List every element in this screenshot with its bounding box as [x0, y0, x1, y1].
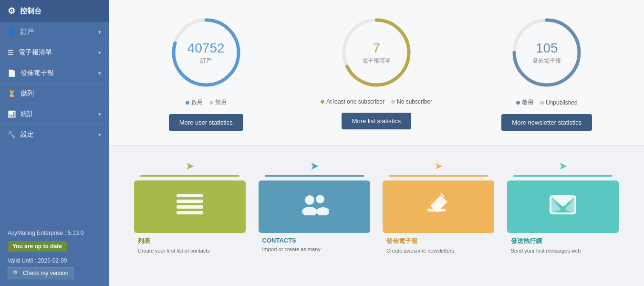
chevron-down-icon: ▾ [98, 111, 101, 117]
svg-point-13 [316, 207, 329, 215]
sidebar-item-settings[interactable]: 🔧 設定 ▾ [0, 125, 109, 145]
lists-label: 電子報清單 [362, 57, 391, 65]
stat-card-lists: 7 電子報清單 At least one subscriber No subsc… [298, 14, 454, 131]
list-icon: ☰ [8, 49, 14, 56]
qs-item-publish[interactable]: ➤ 發佈電子報 Create awesome newsletters [376, 155, 501, 254]
qs-card-lists[interactable] [134, 180, 246, 233]
valid-until: Valid Until : 2026-02-09 [8, 257, 101, 264]
legend-unpublished: Unpublished [546, 99, 578, 106]
send-arrow-icon-3: ➤ [434, 160, 443, 172]
sidebar: ⚙ 控制台 👤 訂戶 ▾ ☰ 電子報清單 ▾ 📄 發佈電子報 ▾ ⏳ 儲列 📊 … [0, 0, 109, 286]
check-version-button[interactable]: 🔍 Check my version [8, 267, 73, 279]
sidebar-item-label: 發佈電子報 [21, 69, 54, 77]
sidebar-item-publish[interactable]: 📄 發佈電子報 ▾ [0, 63, 109, 84]
chevron-down-icon: ▾ [98, 132, 101, 138]
lists-legend: At least one subscriber No subscriber [321, 98, 432, 105]
circle-lists: 7 電子報清單 [338, 14, 415, 91]
stats-icon: 📊 [8, 110, 16, 118]
qs-title-3: 發佈電子報 [386, 237, 490, 245]
quickstart-section: ➤ 列表 Create your first list [109, 146, 644, 264]
svg-rect-6 [177, 194, 203, 197]
check-version-label: Check my version [23, 270, 68, 276]
stat-card-subscribers: 40752 訂戶 啟用 禁用 More user statistics [128, 14, 284, 131]
legend-active: 啟用 [191, 98, 203, 106]
subscribers-label: 訂戶 [187, 57, 225, 65]
publish-card-icon [426, 192, 450, 222]
qs-desc-3: Create awesome newsletters [386, 247, 490, 254]
subscribers-icon: 👤 [8, 28, 16, 36]
more-user-stats-button[interactable]: More user statistics [169, 114, 243, 131]
qs-desc-4: Send your first messages with [511, 247, 615, 254]
settings-icon: 🔧 [8, 131, 16, 138]
sidebar-item-label: 訂戶 [21, 28, 34, 36]
qs-card-contacts[interactable] [259, 180, 370, 233]
send-arrow-icon-1: ➤ [186, 160, 194, 172]
more-list-stats-button[interactable]: More list statistics [342, 113, 412, 129]
newsletters-count: 105 [532, 41, 561, 56]
qs-title-2: CONTACTS [262, 237, 366, 244]
qs-line-1 [140, 175, 239, 177]
main-content: 40752 訂戶 啟用 禁用 More user statistics [109, 0, 644, 286]
version-text: AcyMailing Enterprise : 5.13.0 [8, 230, 101, 236]
sidebar-item-subscribers[interactable]: 👤 訂戶 ▾ [0, 22, 109, 42]
newsletters-legend: 啟用 Unpublished [516, 98, 578, 106]
more-newsletter-stats-button[interactable]: More newsletter statistics [501, 114, 592, 131]
svg-point-11 [302, 207, 317, 215]
send-card-icon [549, 192, 577, 222]
legend-published: 啟用 [522, 98, 533, 106]
sidebar-item-label: 電子報清單 [19, 48, 52, 57]
sidebar-item-label: 統計 [21, 110, 34, 118]
qs-item-send[interactable]: ➤ 發送執行續 Send [501, 155, 625, 254]
sidebar-item-label: 設定 [21, 130, 34, 139]
sidebar-item-stats[interactable]: 📊 統計 ▾ [0, 104, 109, 125]
stats-section: 40752 訂戶 啟用 禁用 More user statistics [109, 0, 644, 146]
qs-item-contacts[interactable]: ➤ CONTACTS Import or create [252, 155, 377, 254]
circle-subscribers: 40752 訂戶 [168, 14, 244, 91]
qs-title-1: 列表 [138, 237, 242, 245]
legend-inactive: 禁用 [215, 98, 227, 106]
quickstart-grid: ➤ 列表 Create your first list [128, 155, 625, 254]
subscribers-count: 40752 [187, 41, 225, 56]
queue-icon: ⏳ [8, 90, 16, 97]
sidebar-header-label: 控制台 [20, 7, 42, 16]
svg-point-10 [305, 195, 314, 205]
legend-no-sub: No subscriber [397, 98, 432, 105]
publish-icon: 📄 [8, 69, 16, 77]
chevron-down-icon: ▾ [98, 29, 101, 35]
sidebar-item-queue[interactable]: ⏳ 儲列 [0, 84, 109, 104]
lists-count: 7 [362, 41, 391, 56]
svg-rect-7 [177, 200, 203, 203]
contacts-card-icon [300, 193, 329, 221]
svg-rect-9 [177, 211, 203, 214]
stat-card-newsletters: 105 發佈電子報 啟用 Unpublished More newsletter… [469, 14, 625, 131]
svg-rect-8 [177, 205, 203, 209]
qs-item-lists[interactable]: ➤ 列表 Create your first list [128, 155, 252, 254]
chevron-down-icon: ▾ [98, 70, 101, 76]
svg-point-12 [316, 195, 324, 203]
search-icon: 🔍 [13, 270, 20, 276]
sidebar-header: ⚙ 控制台 [0, 0, 109, 22]
qs-desc-2: Import or create as many [262, 246, 366, 253]
circle-newsletters: 105 發佈電子報 [509, 14, 585, 91]
subscribers-legend: 啟用 禁用 [186, 98, 227, 106]
send-arrow-icon-4: ➤ [559, 160, 567, 172]
newsletters-label: 發佈電子報 [532, 57, 561, 65]
send-arrow-icon-2: ➤ [310, 160, 319, 172]
qs-card-publish[interactable] [383, 180, 494, 233]
dashboard-icon: ⚙ [8, 6, 15, 16]
sidebar-footer: AcyMailing Enterprise : 5.13.0 You are u… [0, 223, 109, 286]
qs-line-4 [513, 175, 613, 177]
qs-line-2 [265, 175, 364, 177]
chevron-down-icon: ▾ [98, 50, 101, 56]
qs-line-3 [389, 175, 488, 177]
version-badge: You are up to date [8, 241, 67, 252]
legend-has-sub: At least one subscriber [326, 98, 384, 105]
sidebar-item-newsletters[interactable]: ☰ 電子報清單 ▾ [0, 42, 109, 63]
qs-desc-1: Create your first list of contacts [138, 247, 242, 254]
qs-title-4: 發送執行續 [511, 237, 615, 245]
sidebar-item-label: 儲列 [21, 89, 34, 98]
qs-card-send[interactable] [507, 180, 619, 233]
stats-grid: 40752 訂戶 啟用 禁用 More user statistics [128, 14, 625, 131]
list-card-icon [177, 194, 203, 220]
